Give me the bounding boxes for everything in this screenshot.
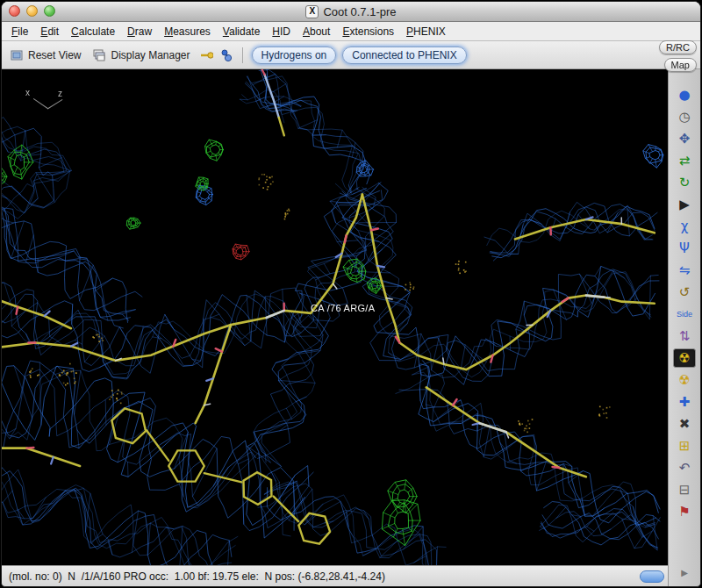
rrc-button[interactable]: R/RC (659, 40, 697, 54)
status-scroll-thumb[interactable] (640, 570, 664, 583)
clock-icon[interactable]: ◷ (673, 107, 696, 126)
display-manager-button[interactable]: Display Manager (90, 47, 192, 64)
undo-icon[interactable]: ↶ (673, 458, 696, 477)
delete-item-icon[interactable]: ✖ (673, 414, 696, 434)
side-chain-180-icon[interactable]: Side (673, 305, 696, 324)
coot-window: X Coot 0.7.1-pre FileEditCalculateDrawMe… (1, 1, 701, 587)
add-terminal-residue-icon[interactable]: ✚ (673, 392, 696, 412)
display-manager-label: Display Manager (111, 49, 190, 61)
minimize-button[interactable] (26, 5, 38, 17)
gl-viewport[interactable]: x z CA /76 ARG/A (2, 69, 668, 565)
phenix-status-button[interactable]: Connected to PHENIX (342, 47, 466, 64)
map-button[interactable]: Map (664, 58, 697, 72)
toolbar-overflow-icon[interactable]: ▶ (673, 563, 696, 583)
x11-icon: X (305, 5, 319, 18)
map-sphere-icon[interactable]: ● (673, 85, 696, 104)
mutate-icon[interactable]: ⇅ (673, 326, 696, 346)
menu-about[interactable]: About (297, 24, 336, 39)
menu-measures[interactable]: Measures (158, 24, 217, 39)
menu-extensions[interactable]: Extensions (336, 24, 400, 39)
statusbar: (mol. no: 0) N /1/A/160 PRO occ: 1.00 bf… (2, 565, 668, 586)
backrub-rotamer-icon[interactable]: ↺ (673, 283, 696, 302)
reset-view-button[interactable]: Reset View (7, 47, 83, 64)
right-toolbar: ●◷✥⇄↻▶χΨ⇋↺Side⇅☢☢✚✖⊞↶⊟⚑▶ (668, 69, 700, 586)
window-controls (9, 5, 55, 17)
window-title: Coot 0.7.1-pre (323, 5, 396, 18)
molecule-icon[interactable] (219, 48, 233, 62)
menubar: FileEditCalculateDrawMeasuresValidateHID… (2, 22, 700, 41)
regularize-zone-icon[interactable]: ↻ (673, 173, 696, 192)
reset-view-label: Reset View (28, 49, 81, 61)
add-atom-icon[interactable]: ⊞ (673, 436, 696, 455)
refinement-active-icon[interactable]: ☢ (673, 348, 696, 368)
menu-file[interactable]: File (5, 24, 34, 39)
display-manager-icon (92, 48, 106, 62)
zoom-button[interactable] (44, 5, 55, 17)
main-area: x z CA /76 ARG/A (mol. no: 0) N /1/A/160… (2, 69, 700, 586)
toolbar: Reset View Display Manager Hydrogens on … (2, 41, 700, 69)
reset-view-icon (10, 48, 24, 62)
rotamers-icon[interactable]: Ψ (673, 239, 696, 258)
pointer-icon[interactable]: ▶ (673, 195, 696, 214)
toolbar-separator (242, 47, 243, 63)
menu-hid[interactable]: HID (266, 24, 297, 39)
flip-peptide-icon[interactable]: ⇋ (673, 261, 696, 280)
menu-calculate[interactable]: Calculate (65, 24, 121, 39)
menu-phenix[interactable]: PHENIX (400, 24, 452, 39)
gl-canvas[interactable] (2, 69, 668, 565)
real-space-refine-icon[interactable]: ⇄ (673, 151, 696, 170)
radiation-icon[interactable]: ☢ (673, 370, 696, 390)
trash-icon[interactable]: ⊟ (673, 480, 696, 499)
chi-angles-icon[interactable]: χ (673, 217, 696, 236)
status-text: (mol. no: 0) N /1/A/160 PRO occ: 1.00 bf… (9, 570, 385, 583)
titlebar[interactable]: X Coot 0.7.1-pre (2, 2, 700, 22)
menu-validate[interactable]: Validate (217, 24, 267, 39)
close-button[interactable] (9, 5, 20, 17)
menu-edit[interactable]: Edit (34, 24, 65, 39)
key-icon[interactable] (199, 48, 213, 62)
display-flag-icon[interactable]: ⚑ (673, 502, 696, 521)
move-zone-icon[interactable]: ✥ (673, 129, 696, 148)
hydrogens-toggle-button[interactable]: Hydrogens on (252, 47, 337, 64)
viewport-column: x z CA /76 ARG/A (mol. no: 0) N /1/A/160… (2, 69, 668, 586)
menu-draw[interactable]: Draw (121, 24, 158, 39)
title-wrap: X Coot 0.7.1-pre (305, 5, 396, 18)
